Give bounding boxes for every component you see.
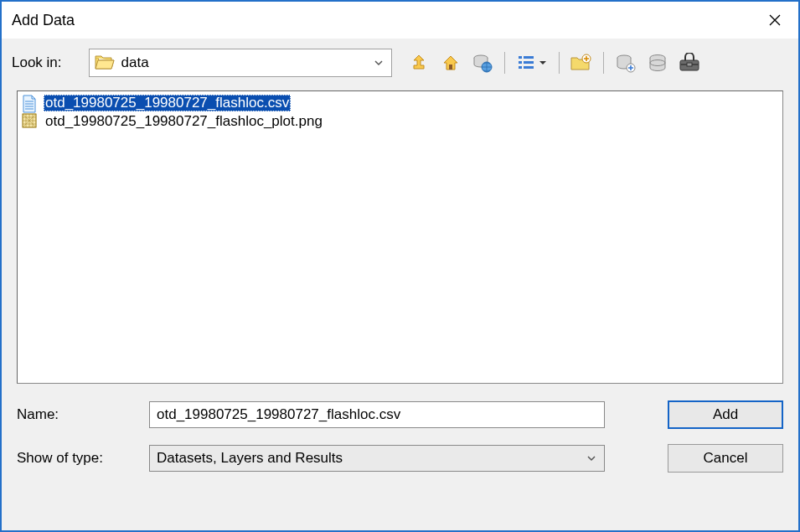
bottom-panel: Name: Add Show of type: Datasets, Layers… <box>2 384 798 483</box>
svg-rect-0 <box>449 65 452 70</box>
svg-rect-8 <box>524 66 534 69</box>
new-folder-button[interactable] <box>570 51 593 75</box>
svg-rect-6 <box>524 61 534 64</box>
add-data-dialog: Add Data Look in: data <box>0 0 800 532</box>
list-icon <box>517 54 535 72</box>
toolbox-icon <box>679 53 700 73</box>
file-name: otd_19980725_19980727_flashloc_plot.png <box>44 113 324 130</box>
database-globe-icon <box>472 53 493 73</box>
list-view-button[interactable] <box>515 51 549 75</box>
close-button[interactable] <box>763 8 787 32</box>
svg-rect-3 <box>519 56 522 59</box>
file-item[interactable]: otd_19980725_19980727_flashloc.csv <box>20 94 780 112</box>
home-icon <box>441 53 461 73</box>
database-add-icon <box>616 53 636 73</box>
dialog-title: Add Data <box>12 12 75 29</box>
type-label: Show of type: <box>17 450 149 467</box>
catalog-button[interactable] <box>646 51 669 75</box>
cancel-button[interactable]: Cancel <box>668 444 783 473</box>
separator <box>603 52 604 74</box>
connect-database-button[interactable] <box>471 51 494 75</box>
up-arrow-icon <box>409 53 429 73</box>
svg-rect-4 <box>524 56 534 59</box>
add-button[interactable]: Add <box>668 400 783 429</box>
titlebar: Add Data <box>2 2 798 39</box>
name-row: Name: Add <box>17 400 783 429</box>
lookin-value: data <box>121 54 373 71</box>
name-label: Name: <box>17 406 149 423</box>
close-icon <box>768 13 782 27</box>
toolbar: Look in: data <box>2 39 798 87</box>
separator <box>504 52 505 74</box>
file-name: otd_19980725_19980727_flashloc.csv <box>44 95 291 111</box>
png-file-icon <box>22 113 39 130</box>
svg-rect-16 <box>687 63 692 66</box>
home-button[interactable] <box>439 51 462 75</box>
database-icon <box>648 53 668 73</box>
type-row: Show of type: Datasets, Layers and Resul… <box>17 444 783 473</box>
up-one-level-button[interactable] <box>407 51 431 75</box>
chevron-down-icon <box>373 56 386 70</box>
svg-rect-7 <box>519 66 522 69</box>
type-dropdown[interactable]: Datasets, Layers and Results <box>149 445 605 472</box>
folder-open-icon <box>95 54 115 71</box>
toolbox-button[interactable] <box>678 51 701 75</box>
lookin-dropdown[interactable]: data <box>89 49 392 77</box>
type-value: Datasets, Layers and Results <box>157 450 343 467</box>
folder-add-icon <box>570 53 592 73</box>
svg-rect-5 <box>519 61 522 64</box>
new-connection-button[interactable] <box>614 51 637 75</box>
toolbar-icons <box>407 51 701 75</box>
lookin-label: Look in: <box>12 54 62 71</box>
name-input[interactable] <box>149 401 605 428</box>
dropdown-caret-icon <box>539 59 547 67</box>
separator <box>559 52 560 74</box>
file-item[interactable]: otd_19980725_19980727_flashloc_plot.png <box>20 112 780 131</box>
file-list[interactable]: otd_19980725_19980727_flashloc.csv otd_1… <box>17 90 783 384</box>
csv-file-icon <box>22 95 39 111</box>
chevron-down-icon <box>586 452 597 464</box>
